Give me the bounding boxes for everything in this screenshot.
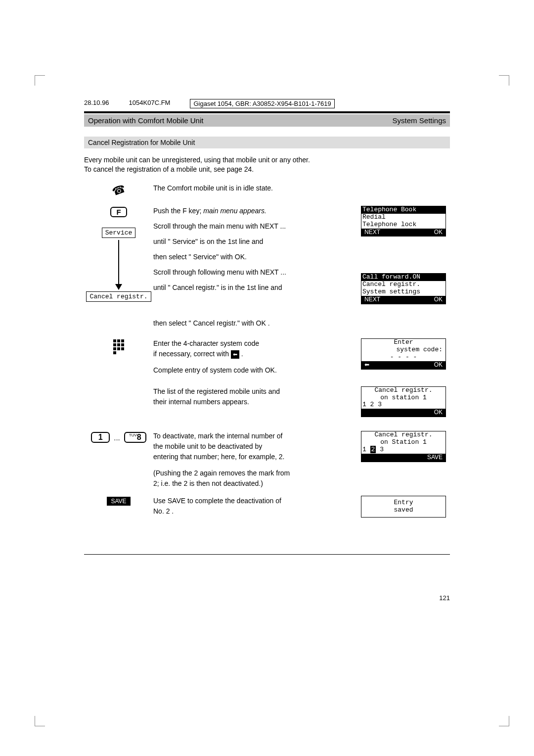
enter-code-post: .	[239, 350, 243, 358]
lcd5-l3-pre: 1	[362, 446, 370, 453]
lcd2-left: NEXT	[361, 296, 383, 304]
lcd5-right: SAVE	[424, 454, 445, 462]
key-8-icon: TUV8	[124, 432, 146, 443]
lcd3-l1: Enter	[361, 339, 445, 346]
lcd3-l3: - - - -	[361, 354, 445, 361]
save-key-icon: SAVE	[107, 497, 130, 506]
page-number: 121	[84, 594, 450, 602]
step-push2-l1: (Pushing the 2 again removes the mark fr…	[153, 468, 356, 478]
step-select-service: then select " Service" with OK.	[153, 252, 356, 262]
f-key-icon: F	[110, 207, 127, 217]
step-enter-code-l2: if necessary, correct with ⬅ .	[153, 349, 356, 359]
key-8-sup: TUV	[129, 433, 137, 437]
step-until-cancel: until " Cancel registr." is in the 1st l…	[153, 283, 356, 293]
handset-icon: ☎	[110, 182, 127, 199]
lcd4-l2: on station 1	[361, 394, 445, 402]
intro-text: Every mobile unit can be unregistered, u…	[84, 155, 450, 174]
lcd5-l3-mark: 2	[370, 446, 376, 453]
ellipsis: ...	[114, 433, 120, 442]
lcd1-left: NEXT	[361, 229, 383, 236]
flow-diagram: Service Cancel registr.	[84, 228, 153, 302]
intro-line1: Every mobile unit can be unregistered, u…	[84, 156, 310, 164]
step-save-l2: No. 2 .	[153, 506, 356, 517]
step-list-l2: their internal numbers appears.	[153, 397, 356, 407]
lcd-entry-saved: Entry saved	[361, 496, 446, 518]
lcd1-l1: Telephone Book	[361, 206, 445, 214]
step-scroll-next: Scroll through the main menu with NEXT .…	[153, 221, 356, 232]
step-save-l1: Use SAVE to complete the deactivation of	[153, 496, 356, 506]
step-push-f-em: main menu appears.	[203, 207, 267, 215]
step-idle: The Comfort mobile unit is in idle state…	[153, 183, 361, 193]
enter-code-pre: if necessary, correct with	[153, 350, 231, 358]
lcd5-l2: on Station 1	[361, 439, 445, 446]
lcd2-right: OK	[431, 296, 445, 304]
header-date: 28.10.96	[84, 99, 109, 108]
divider	[84, 111, 450, 113]
step-push-f-pre: Push the F key;	[153, 207, 203, 215]
step-scroll-follow: Scroll through following menu with NEXT …	[153, 267, 356, 278]
keypad-icon	[113, 339, 124, 354]
step-deact-l2: the mobile unit to be deactivated by	[153, 441, 356, 452]
lcd-main-menu: Telephone Book Redial Telephone lock NEX…	[361, 206, 446, 237]
lcd4-right: OK	[431, 409, 445, 417]
page-title: Operation with Comfort Mobile Unit	[88, 116, 203, 125]
step-push-f: Push the F key; main menu appears.	[153, 206, 356, 216]
lcd3-right: OK	[431, 361, 445, 369]
lcd-service-menu: Call forward.ON Cancel registr. System s…	[361, 273, 446, 304]
step-until-service: until " Service" is on the 1st line and	[153, 236, 356, 247]
title-bar: Operation with Comfort Mobile Unit Syste…	[84, 114, 450, 127]
backspace-icon: ⬅	[231, 350, 239, 359]
step-push2-l2: 2; i.e. the 2 is then not deactivated.)	[153, 478, 356, 489]
lcd3-left: ⬅	[361, 361, 372, 369]
cancel-box: Cancel registr.	[86, 291, 151, 302]
lcd4-l1: Cancel registr.	[361, 387, 445, 394]
doc-header: 28.10.96 1054K07C.FM Gigaset 1054, GBR: …	[84, 99, 450, 108]
lcd6-l2: saved	[361, 507, 445, 514]
lcd4-l3: 1 2 3	[361, 401, 445, 409]
lcd5-l3: 1 2 3	[361, 446, 445, 454]
section-heading: Cancel Registration for Mobile Unit	[84, 137, 450, 148]
lcd1-l3: Telephone lock	[361, 221, 445, 229]
step-enter-code-l1: Enter the 4-character system code	[153, 338, 356, 349]
lcd1-l2: Redial	[361, 214, 445, 221]
lcd2-l2: Cancel registr.	[361, 281, 445, 288]
page-content: 28.10.96 1054K07C.FM Gigaset 1054, GBR: …	[84, 99, 450, 602]
lcd5-l3-post: 3	[376, 446, 384, 453]
intro-line2: To cancel the registration of a mobile u…	[84, 165, 254, 173]
lcd-mark-unit: Cancel registr. on Station 1 1 2 3 SAVE	[361, 431, 446, 462]
lcd-list-units: Cancel registr. on station 1 1 2 3 OK	[361, 386, 446, 418]
step-list-l1: The list of the registered mobile units …	[153, 386, 356, 397]
step-select-cancel: then select " Cancel registr." with OK .	[153, 318, 361, 329]
step-deact-l3: entering that number; here, for example,…	[153, 452, 356, 462]
lcd6-l1: Entry	[361, 499, 445, 507]
key-8-num: 8	[137, 433, 141, 441]
lcd3-l2: system code:	[361, 346, 445, 354]
header-docid: Gigaset 1054, GBR: A30852-X954-B101-1-76…	[190, 99, 334, 108]
service-box: Service	[102, 228, 136, 238]
arrow-down-icon	[118, 240, 119, 289]
lcd-enter-code: Enter system code: - - - - ⬅OK	[361, 338, 446, 370]
lcd1-right: OK	[431, 229, 445, 236]
key-1-icon: 1	[91, 432, 110, 443]
footer-rule	[84, 554, 450, 555]
step-complete-code: Complete entry of system code with OK.	[153, 365, 356, 376]
header-file: 1054K07C.FM	[129, 99, 171, 108]
page-subtitle: System Settings	[393, 116, 446, 125]
lcd2-l1: Call forward.ON	[361, 274, 445, 281]
lcd5-l1: Cancel registr.	[361, 431, 445, 439]
lcd2-l3: System settings	[361, 288, 445, 296]
step-deact-l1: To deactivate, mark the internal number …	[153, 431, 356, 441]
